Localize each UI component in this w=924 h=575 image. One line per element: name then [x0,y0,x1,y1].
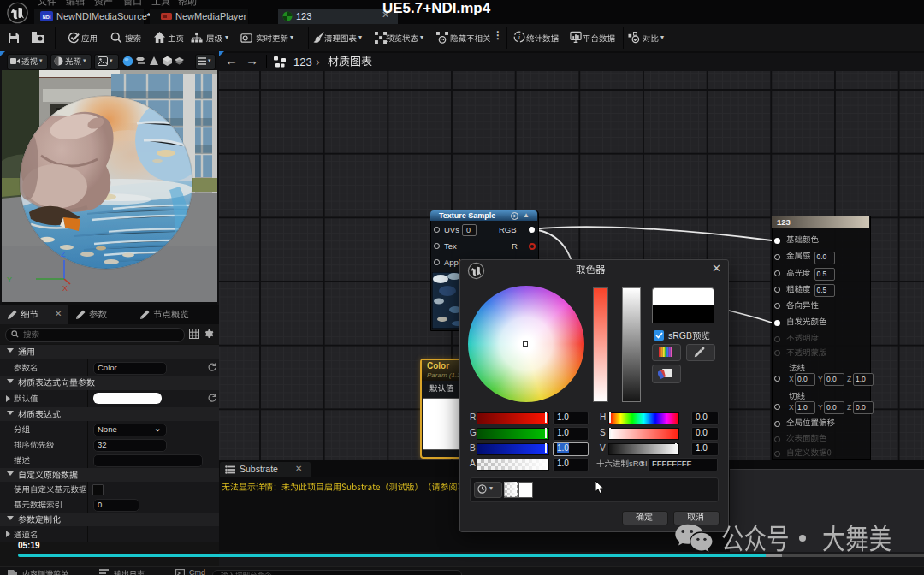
svg-text:i: i [518,33,521,41]
svg-text:NDI: NDI [43,15,51,20]
